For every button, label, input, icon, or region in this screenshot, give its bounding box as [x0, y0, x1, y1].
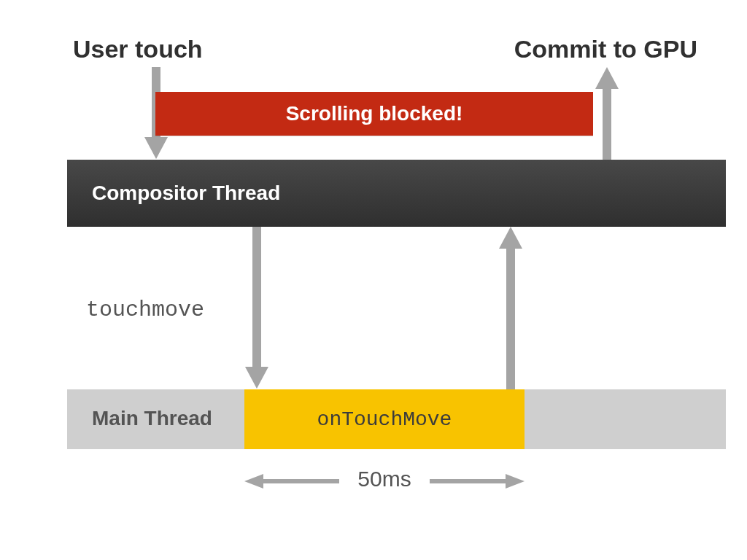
svg-marker-2 [595, 67, 619, 89]
arrow-main-to-compositor [496, 227, 525, 390]
svg-marker-1 [144, 137, 168, 159]
duration-label: 50ms [244, 467, 525, 491]
scrolling-blocked-banner: Scrolling blocked! [155, 92, 593, 136]
main-thread-label: Main Thread [92, 407, 212, 430]
arrow-compositor-to-gpu [592, 67, 622, 160]
arrow-compositor-to-main [242, 227, 271, 390]
touchmove-event-label: touchmove [86, 298, 204, 322]
label-user-touch: User touch [73, 35, 203, 63]
svg-marker-5 [245, 367, 268, 389]
ontouchmove-handler-span: onTouchMove [244, 389, 525, 449]
label-commit-to-gpu: Commit to GPU [514, 35, 697, 63]
compositor-thread-bar: Compositor Thread [67, 160, 726, 227]
svg-marker-6 [499, 227, 522, 249]
threading-diagram: User touch Commit to GPU Scrolling block… [0, 0, 747, 560]
